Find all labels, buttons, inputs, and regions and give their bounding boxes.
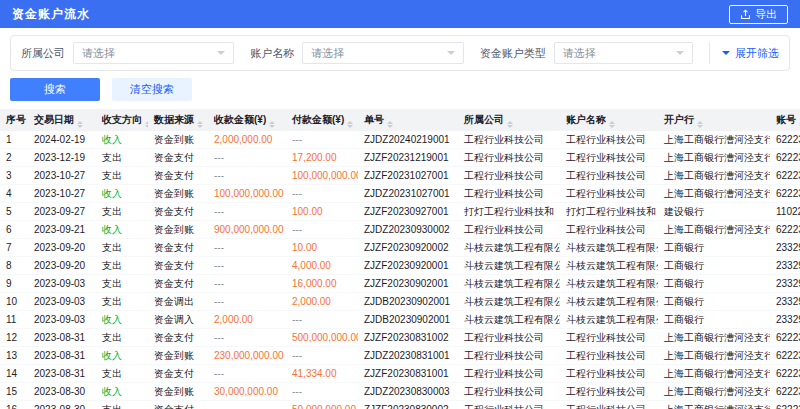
clear-search-button[interactable]: 清空搜索	[112, 78, 192, 101]
sort-icon[interactable]	[269, 121, 275, 128]
column-header[interactable]: 交易日期	[28, 109, 96, 131]
sort-icon[interactable]	[387, 121, 393, 128]
cell-account: 斗枝云建筑工程有限公司	[560, 275, 658, 293]
sort-icon[interactable]	[507, 121, 513, 128]
column-header[interactable]: 账户名称	[560, 109, 658, 131]
cell-receive: ---	[208, 149, 286, 167]
cell-no: 15	[0, 383, 28, 401]
cell-receive: 2,000,000.00	[208, 131, 286, 149]
cell-date: 2023-10-27	[28, 185, 96, 203]
column-label: 数据来源	[154, 114, 194, 125]
cell-pay: 17,200.00	[286, 149, 358, 167]
account-name-select[interactable]: 请选择	[302, 42, 463, 64]
cell-direction: 支出	[96, 365, 148, 383]
cell-no: 2	[0, 149, 28, 167]
cell-number: 23329499	[770, 257, 800, 275]
cell-direction: 支出	[96, 239, 148, 257]
cell-account: 工程行业科技公司	[560, 131, 658, 149]
cell-direction: 支出	[96, 293, 148, 311]
cell-receive: 230,000,000.00	[208, 347, 286, 365]
export-icon	[740, 9, 751, 20]
cell-company: 打灯工程行业科技和	[458, 203, 560, 221]
cell-account: 工程行业科技公司	[560, 185, 658, 203]
cell-order: ZJZF20230831002	[358, 329, 458, 347]
column-header[interactable]: 付款金额(¥)	[286, 109, 358, 131]
cell-receive: 900,000,000.00	[208, 221, 286, 239]
cell-order: ZJZF20230902001	[358, 275, 458, 293]
column-header[interactable]: 收款金额(¥)	[208, 109, 286, 131]
cell-order: ZJDZ20230831001	[358, 347, 458, 365]
cell-no: 11	[0, 311, 28, 329]
cell-company: 斗枝云建筑工程有限公司	[458, 239, 560, 257]
table-row: 102023-09-03支出资金调出---2,000.00ZJDB2023090…	[0, 293, 800, 311]
cell-source: 资金支付	[148, 239, 208, 257]
column-label: 账户名称	[566, 114, 606, 125]
sort-icon[interactable]	[347, 121, 353, 128]
cell-no: 13	[0, 347, 28, 365]
table-row: 162023-08-30支出资金支付---50,000,000.00ZJZF20…	[0, 401, 800, 409]
cell-pay: ---	[286, 221, 358, 239]
company-filter-label: 所属公司	[21, 46, 65, 61]
search-button[interactable]: 搜索	[10, 78, 100, 101]
cell-order: ZJDB20230902001	[358, 293, 458, 311]
filter-panel: 所属公司 请选择 账户名称 请选择 资金账户类型 请选择 展开筛选	[10, 35, 790, 71]
column-header[interactable]: 开户行	[658, 109, 770, 131]
cell-source: 资金到账	[148, 347, 208, 365]
cell-direction: 收入	[96, 347, 148, 365]
cell-company: 工程行业科技公司	[458, 401, 560, 409]
table-row: 72023-09-20支出资金支付---10.00ZJZF20230920002…	[0, 239, 800, 257]
cell-account: 工程行业科技公司	[560, 221, 658, 239]
sort-icon[interactable]	[609, 121, 615, 128]
account-type-select[interactable]: 请选择	[554, 42, 693, 64]
cell-order: ZJDZ20230930002	[358, 221, 458, 239]
table-row: 132023-08-31收入资金到账230,000,000.00---ZJDZ2…	[0, 347, 800, 365]
cell-company: 工程行业科技公司	[458, 167, 560, 185]
fund-account-flow-page: 资金账户流水 导出 所属公司 请选择 账户名称 请选择 资金账户类型	[0, 0, 800, 409]
cell-date: 2023-12-19	[28, 149, 96, 167]
column-label: 收款金额(¥)	[214, 114, 266, 125]
cell-account: 斗枝云建筑工程有限公司	[560, 311, 658, 329]
expand-filter-link[interactable]: 展开筛选	[709, 42, 779, 64]
filter-field-account-name: 账户名称 请选择	[250, 42, 463, 64]
cell-company: 斗枝云建筑工程有限公司	[458, 293, 560, 311]
cell-number: 62223011	[770, 365, 800, 383]
cell-receive: ---	[208, 203, 286, 221]
cell-order: ZJDZ20240219001	[358, 131, 458, 149]
column-header[interactable]: 数据来源	[148, 109, 208, 131]
cell-bank: 建设银行	[658, 203, 770, 221]
company-select[interactable]: 请选择	[73, 42, 234, 64]
account-type-select-placeholder: 请选择	[563, 46, 596, 61]
column-header[interactable]: 所属公司	[458, 109, 560, 131]
cell-pay: 16,000.00	[286, 275, 358, 293]
cell-number: 11022382	[770, 203, 800, 221]
company-select-placeholder: 请选择	[82, 46, 115, 61]
cell-account: 工程行业科技公司	[560, 383, 658, 401]
sort-icon[interactable]	[77, 121, 83, 128]
cell-order: ZJZF20230927001	[358, 203, 458, 221]
cell-company: 工程行业科技公司	[458, 149, 560, 167]
cell-receive: ---	[208, 293, 286, 311]
table-header-row: 序号交易日期收支方向数据来源收款金额(¥)付款金额(¥)单号所属公司账户名称开户…	[0, 109, 800, 131]
cell-number: 62223011	[770, 383, 800, 401]
cell-source: 资金支付	[148, 275, 208, 293]
cell-receive: ---	[208, 167, 286, 185]
cell-company: 斗枝云建筑工程有限公司	[458, 257, 560, 275]
column-header[interactable]: 账号	[770, 109, 800, 131]
sort-icon[interactable]	[697, 121, 703, 128]
cell-receive: ---	[208, 365, 286, 383]
cell-company: 斗枝云建筑工程有限公司	[458, 275, 560, 293]
cell-source: 资金调出	[148, 293, 208, 311]
table-row: 122023-08-31支出资金支付---500,000,000.00ZJZF2…	[0, 329, 800, 347]
column-label: 收支方向	[102, 114, 142, 125]
export-button[interactable]: 导出	[729, 5, 788, 24]
sort-icon[interactable]	[145, 121, 148, 128]
cell-date: 2023-08-31	[28, 365, 96, 383]
cell-order: ZJZF20230830002	[358, 401, 458, 409]
results-table-container: 序号交易日期收支方向数据来源收款金额(¥)付款金额(¥)单号所属公司账户名称开户…	[0, 109, 800, 409]
column-header[interactable]: 收支方向	[96, 109, 148, 131]
cell-date: 2023-08-30	[28, 401, 96, 409]
cell-no: 12	[0, 329, 28, 347]
column-header[interactable]: 单号	[358, 109, 458, 131]
cell-pay: ---	[286, 347, 358, 365]
sort-icon[interactable]	[197, 121, 203, 128]
